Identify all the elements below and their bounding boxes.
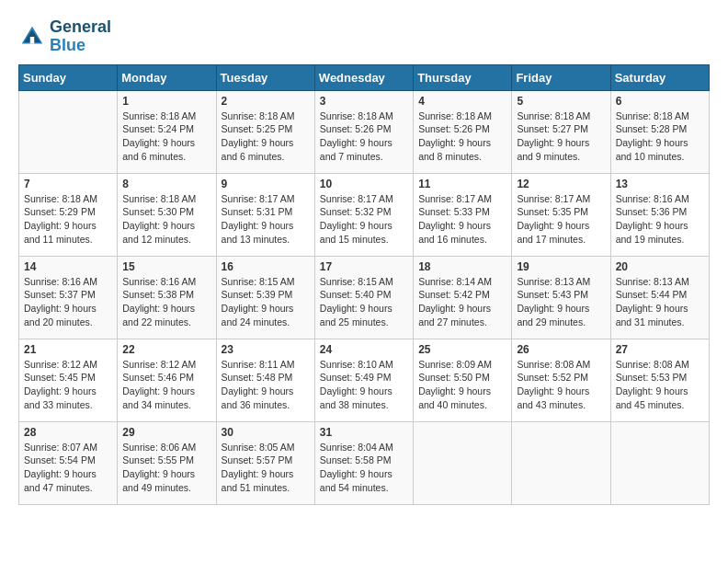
calendar-cell: 30 Sunrise: 8:05 AM Sunset: 5:57 PM Dayl…: [216, 421, 314, 504]
sunrise-label: Sunrise: 8:17 AM: [418, 193, 492, 204]
day-number: 20: [616, 260, 704, 273]
calendar-cell: 4 Sunrise: 8:18 AM Sunset: 5:26 PM Dayli…: [414, 90, 512, 173]
daylight-label: Daylight: 9 hours and 25 minutes.: [320, 303, 392, 327]
sunrise-label: Sunrise: 8:07 AM: [24, 442, 97, 453]
header-thursday: Thursday: [414, 64, 512, 90]
sunrise-label: Sunrise: 8:08 AM: [517, 359, 590, 370]
daylight-label: Daylight: 9 hours and 6 minutes.: [122, 137, 195, 162]
day-info: Sunrise: 8:18 AM Sunset: 5:30 PM Dayligh…: [122, 192, 210, 247]
calendar-cell: [610, 421, 709, 504]
calendar-week-1: 1 Sunrise: 8:18 AM Sunset: 5:24 PM Dayli…: [19, 90, 710, 173]
sunrise-label: Sunrise: 8:18 AM: [24, 193, 97, 204]
sunrise-label: Sunrise: 8:16 AM: [24, 276, 97, 287]
day-info: Sunrise: 8:04 AM Sunset: 5:58 PM Dayligh…: [320, 441, 408, 495]
day-info: Sunrise: 8:13 AM Sunset: 5:43 PM Dayligh…: [517, 275, 605, 329]
day-info: Sunrise: 8:06 AM Sunset: 5:55 PM Dayligh…: [122, 441, 210, 495]
day-number: 6: [616, 95, 704, 108]
daylight-label: Daylight: 9 hours and 31 minutes.: [616, 303, 688, 327]
day-number: 11: [418, 178, 506, 190]
calendar-cell: 16 Sunrise: 8:15 AM Sunset: 5:39 PM Dayl…: [216, 256, 314, 339]
sunset-label: Sunset: 5:45 PM: [24, 372, 96, 383]
header-wednesday: Wednesday: [314, 64, 413, 90]
day-info: Sunrise: 8:08 AM Sunset: 5:53 PM Dayligh…: [616, 358, 704, 412]
calendar-week-3: 14 Sunrise: 8:16 AM Sunset: 5:37 PM Dayl…: [19, 256, 710, 339]
day-info: Sunrise: 8:15 AM Sunset: 5:40 PM Dayligh…: [320, 275, 408, 329]
day-info: Sunrise: 8:18 AM Sunset: 5:24 PM Dayligh…: [122, 109, 210, 164]
sunset-label: Sunset: 5:52 PM: [517, 372, 588, 383]
calendar-week-5: 28 Sunrise: 8:07 AM Sunset: 5:54 PM Dayl…: [19, 421, 710, 504]
sunset-label: Sunset: 5:30 PM: [122, 206, 194, 217]
day-number: 16: [222, 260, 310, 273]
day-info: Sunrise: 8:07 AM Sunset: 5:54 PM Dayligh…: [24, 441, 112, 495]
sunset-label: Sunset: 5:39 PM: [222, 289, 293, 300]
calendar-cell: 11 Sunrise: 8:17 AM Sunset: 5:33 PM Dayl…: [414, 173, 512, 256]
day-number: 19: [517, 260, 605, 273]
day-number: 10: [320, 178, 408, 190]
day-number: 29: [122, 426, 210, 439]
sunset-label: Sunset: 5:24 PM: [122, 123, 194, 134]
calendar-cell: 10 Sunrise: 8:17 AM Sunset: 5:32 PM Dayl…: [314, 173, 413, 256]
sunset-label: Sunset: 5:37 PM: [24, 289, 96, 300]
day-number: 14: [24, 260, 112, 273]
sunset-label: Sunset: 5:54 PM: [24, 454, 96, 465]
header-monday: Monday: [118, 64, 216, 90]
sunset-label: Sunset: 5:27 PM: [517, 123, 588, 134]
logo-text-line1: General: [50, 18, 111, 37]
calendar-week-4: 21 Sunrise: 8:12 AM Sunset: 5:45 PM Dayl…: [19, 339, 710, 421]
day-info: Sunrise: 8:16 AM Sunset: 5:37 PM Dayligh…: [24, 275, 112, 329]
calendar-cell: [19, 90, 118, 173]
calendar-cell: 19 Sunrise: 8:13 AM Sunset: 5:43 PM Dayl…: [512, 256, 610, 339]
day-number: 18: [418, 260, 506, 273]
calendar-week-2: 7 Sunrise: 8:18 AM Sunset: 5:29 PM Dayli…: [19, 173, 710, 256]
day-info: Sunrise: 8:17 AM Sunset: 5:32 PM Dayligh…: [320, 192, 408, 247]
sunset-label: Sunset: 5:29 PM: [24, 206, 96, 217]
sunset-label: Sunset: 5:46 PM: [122, 372, 194, 383]
day-number: 31: [320, 426, 408, 439]
day-number: 4: [418, 95, 506, 108]
calendar-cell: 18 Sunrise: 8:14 AM Sunset: 5:42 PM Dayl…: [414, 256, 512, 339]
sunrise-label: Sunrise: 8:04 AM: [320, 442, 393, 453]
day-info: Sunrise: 8:18 AM Sunset: 5:26 PM Dayligh…: [320, 109, 408, 164]
daylight-label: Daylight: 9 hours and 47 minutes.: [24, 468, 97, 493]
sunset-label: Sunset: 5:28 PM: [616, 123, 688, 134]
sunrise-label: Sunrise: 8:11 AM: [222, 359, 295, 370]
sunset-label: Sunset: 5:48 PM: [222, 372, 293, 383]
sunset-label: Sunset: 5:35 PM: [517, 206, 588, 217]
daylight-label: Daylight: 9 hours and 33 minutes.: [24, 385, 97, 410]
daylight-label: Daylight: 9 hours and 19 minutes.: [616, 220, 688, 245]
daylight-label: Daylight: 9 hours and 34 minutes.: [122, 385, 195, 410]
daylight-label: Daylight: 9 hours and 8 minutes.: [418, 137, 491, 162]
sunrise-label: Sunrise: 8:14 AM: [418, 276, 492, 287]
calendar-cell: 3 Sunrise: 8:18 AM Sunset: 5:26 PM Dayli…: [314, 90, 413, 173]
calendar-cell: [414, 421, 512, 504]
sunset-label: Sunset: 5:44 PM: [616, 289, 688, 300]
day-info: Sunrise: 8:18 AM Sunset: 5:26 PM Dayligh…: [418, 109, 506, 164]
day-number: 13: [616, 178, 704, 190]
day-info: Sunrise: 8:12 AM Sunset: 5:46 PM Dayligh…: [122, 358, 210, 412]
day-info: Sunrise: 8:18 AM Sunset: 5:29 PM Dayligh…: [24, 192, 112, 247]
calendar-cell: 14 Sunrise: 8:16 AM Sunset: 5:37 PM Dayl…: [19, 256, 118, 339]
sunset-label: Sunset: 5:53 PM: [616, 372, 688, 383]
calendar-cell: 9 Sunrise: 8:17 AM Sunset: 5:31 PM Dayli…: [216, 173, 314, 256]
calendar-cell: 22 Sunrise: 8:12 AM Sunset: 5:46 PM Dayl…: [118, 339, 216, 421]
sunset-label: Sunset: 5:33 PM: [418, 206, 490, 217]
daylight-label: Daylight: 9 hours and 51 minutes.: [222, 468, 294, 493]
sunrise-label: Sunrise: 8:18 AM: [122, 193, 196, 204]
sunrise-label: Sunrise: 8:18 AM: [320, 110, 393, 121]
sunrise-label: Sunrise: 8:13 AM: [616, 276, 689, 287]
calendar-cell: 24 Sunrise: 8:10 AM Sunset: 5:49 PM Dayl…: [314, 339, 413, 421]
calendar-cell: 25 Sunrise: 8:09 AM Sunset: 5:50 PM Dayl…: [414, 339, 512, 421]
daylight-label: Daylight: 9 hours and 12 minutes.: [122, 220, 195, 245]
logo: General Blue: [18, 18, 111, 55]
header-friday: Friday: [512, 64, 610, 90]
day-info: Sunrise: 8:17 AM Sunset: 5:31 PM Dayligh…: [222, 192, 310, 247]
daylight-label: Daylight: 9 hours and 20 minutes.: [24, 303, 97, 327]
sunset-label: Sunset: 5:36 PM: [616, 206, 688, 217]
day-info: Sunrise: 8:16 AM Sunset: 5:38 PM Dayligh…: [122, 275, 210, 329]
daylight-label: Daylight: 9 hours and 36 minutes.: [222, 385, 294, 410]
day-number: 17: [320, 260, 408, 273]
calendar-cell: 8 Sunrise: 8:18 AM Sunset: 5:30 PM Dayli…: [118, 173, 216, 256]
calendar-cell: 1 Sunrise: 8:18 AM Sunset: 5:24 PM Dayli…: [118, 90, 216, 173]
sunrise-label: Sunrise: 8:18 AM: [616, 110, 689, 121]
sunset-label: Sunset: 5:25 PM: [222, 123, 293, 134]
